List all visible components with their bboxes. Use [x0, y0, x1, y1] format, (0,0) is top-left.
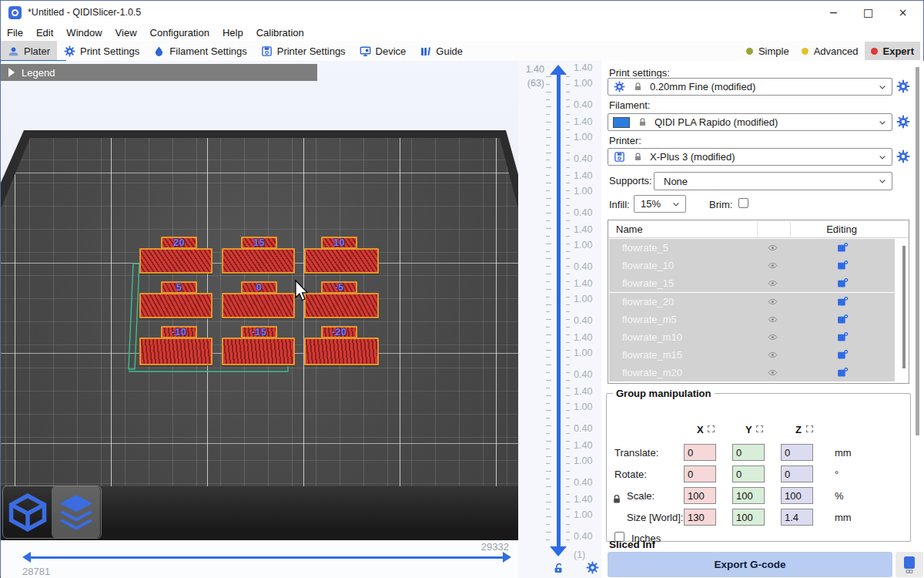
plate-object-value[interactable]: 5 — [161, 281, 197, 294]
eye-icon[interactable] — [767, 314, 778, 324]
tab-plater[interactable]: Plater — [1, 41, 57, 61]
menu-edit[interactable]: Edit — [36, 27, 53, 39]
minimize-button[interactable]: − — [816, 1, 851, 24]
object-row-flowrate_10[interactable]: flowrate_10 — [609, 257, 895, 274]
eye-icon[interactable] — [767, 332, 778, 342]
eye-icon[interactable] — [767, 350, 778, 360]
plate-object-body[interactable] — [139, 338, 213, 365]
scale-lock-icon[interactable] — [611, 493, 622, 505]
viewport-3d[interactable]: 20151050-5-10-15-20 Legend 29332 28781 — [1, 61, 518, 578]
object-row-flowrate_m10[interactable]: flowrate_m10 — [609, 328, 895, 346]
plate-object-value[interactable]: 20 — [161, 237, 197, 249]
edit-icon[interactable] — [837, 242, 849, 254]
edit-icon[interactable] — [837, 277, 849, 289]
export-to-device-button[interactable] — [896, 552, 923, 577]
mode-simple[interactable]: Simple — [740, 42, 795, 60]
gcode-move-slider[interactable] — [30, 556, 503, 559]
print-settings-combo[interactable]: 0.20mm Fine (modified) — [608, 78, 892, 96]
gm-input-x[interactable]: 0 — [684, 444, 716, 461]
object-list-scrollbar[interactable] — [902, 246, 906, 368]
edit-icon[interactable] — [837, 260, 849, 271]
layer-height-label: 1.00 — [574, 132, 592, 143]
mode-expert[interactable]: Expert — [865, 42, 920, 60]
preview-view-button[interactable] — [52, 486, 100, 538]
object-row-flowrate_m15[interactable]: flowrate_m15 — [609, 346, 895, 364]
object-row-flowrate_5[interactable]: flowrate_5 — [609, 239, 895, 257]
legend-toggle[interactable]: Legend — [1, 64, 317, 81]
menu-window[interactable]: Window — [66, 27, 102, 39]
mode-advanced[interactable]: Advanced — [795, 42, 865, 60]
object-row-flowrate_m5[interactable]: flowrate_m5 — [609, 311, 895, 328]
filament-gear-button[interactable] — [896, 115, 910, 129]
plate-object-body[interactable] — [222, 248, 295, 274]
gm-input-z[interactable]: 0 — [781, 465, 813, 482]
edit-icon[interactable] — [837, 349, 849, 361]
gm-input-y[interactable]: 0 — [732, 465, 765, 482]
gm-input-y[interactable]: 100 — [732, 487, 765, 504]
maximize-button[interactable]: □ — [851, 1, 886, 24]
menu-view[interactable]: View — [116, 27, 137, 39]
plate-object-value[interactable]: 15 — [241, 237, 277, 249]
edit-icon[interactable] — [837, 331, 849, 343]
edit-icon[interactable] — [837, 367, 849, 378]
gm-input-x[interactable]: 100 — [684, 487, 716, 504]
gm-input-y[interactable]: 0 — [732, 444, 765, 461]
eye-icon[interactable] — [767, 260, 778, 271]
layer-slider-track[interactable] — [557, 75, 561, 548]
close-button[interactable]: × — [886, 1, 920, 24]
panel-scrollbar[interactable] — [916, 67, 919, 435]
menu-calibration[interactable]: Calibration — [256, 27, 304, 39]
gm-input-x[interactable]: 0 — [684, 465, 716, 482]
layer-slider-lock-icon[interactable] — [552, 562, 564, 575]
supports-combo[interactable]: None — [654, 172, 892, 190]
layer-slider-settings-icon[interactable] — [586, 561, 599, 574]
tab-guide[interactable]: Guide — [413, 41, 470, 61]
plate-object-value[interactable]: 0 — [241, 281, 277, 294]
plate-object-body[interactable] — [304, 248, 379, 274]
plate-object-value[interactable]: 10 — [321, 237, 357, 249]
brim-checkbox[interactable] — [738, 198, 748, 208]
object-row-flowrate_15[interactable]: flowrate_15 — [609, 274, 895, 292]
plate-object-body[interactable] — [139, 293, 213, 318]
plate-object-body[interactable] — [304, 338, 379, 365]
eye-icon[interactable] — [767, 278, 778, 288]
edit-icon[interactable] — [837, 314, 849, 325]
editor-view-button[interactable] — [3, 486, 52, 538]
layer-slider-lower-handle[interactable] — [550, 546, 567, 556]
tab-printer-settings[interactable]: Printer Settings — [254, 41, 353, 61]
move-slider-right-handle[interactable] — [503, 552, 511, 563]
plate-object-value[interactable]: -15 — [241, 326, 277, 338]
plate-object-body[interactable] — [139, 248, 213, 274]
gm-input-z[interactable]: 0 — [781, 444, 813, 461]
move-slider-left-handle[interactable] — [22, 552, 31, 563]
printer-gear-button[interactable] — [896, 150, 910, 163]
gm-input-z[interactable]: 100 — [781, 487, 813, 504]
tab-device[interactable]: Device — [353, 41, 413, 61]
edit-icon[interactable] — [837, 296, 849, 307]
tab-filament-settings[interactable]: Filament Settings — [146, 41, 253, 61]
gm-input-z[interactable]: 1.4 — [781, 509, 813, 526]
plate-object-body[interactable] — [222, 293, 295, 318]
object-row-flowrate_m20[interactable]: flowrate_m20 — [609, 364, 895, 381]
eye-icon[interactable] — [767, 297, 778, 307]
menu-help[interactable]: Help — [223, 27, 243, 39]
plate-object-body[interactable] — [304, 293, 379, 318]
tab-print-settings[interactable]: Print Settings — [57, 41, 146, 61]
export-gcode-button[interactable]: Export G-code — [608, 552, 892, 577]
printer-combo[interactable]: X-Plus 3 (modified) — [608, 148, 892, 166]
infill-combo[interactable]: 15% — [634, 195, 686, 213]
print-settings-gear-button[interactable] — [896, 79, 910, 93]
gm-input-x[interactable]: 130 — [684, 509, 716, 526]
eye-icon[interactable] — [767, 243, 778, 253]
eye-icon[interactable] — [767, 368, 778, 378]
plate-object-value[interactable]: -20 — [321, 326, 357, 338]
plate-object-value[interactable]: -5 — [321, 281, 357, 294]
plate-object-body[interactable] — [222, 338, 295, 365]
plate-object-value[interactable]: -10 — [161, 326, 197, 338]
menu-configuration[interactable]: Configuration — [150, 27, 209, 39]
gm-input-y[interactable]: 100 — [732, 509, 765, 526]
layer-slider-upper-handle[interactable] — [550, 65, 567, 75]
object-row-flowrate_20[interactable]: flowrate_20 — [609, 293, 895, 311]
menu-file[interactable]: File — [7, 27, 23, 39]
filament-combo[interactable]: QIDI PLA Rapido (modified) — [608, 113, 892, 131]
